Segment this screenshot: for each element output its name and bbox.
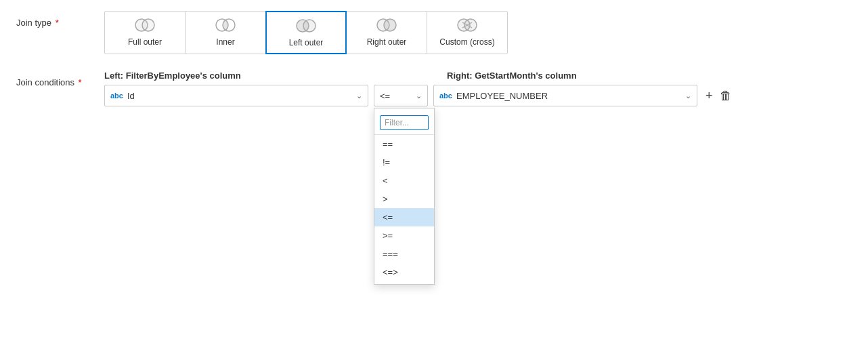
join-conditions-text: Join conditions	[16, 77, 74, 87]
left-column-chevron: ⌄	[356, 92, 362, 100]
custom-cross-icon	[455, 16, 479, 35]
inner-label: Inner	[216, 37, 234, 47]
filter-input-wrap	[374, 111, 434, 135]
join-type-required: *	[53, 18, 59, 28]
svg-point-7	[303, 20, 316, 32]
op-item-gt[interactable]: >	[374, 190, 434, 208]
right-column-chevron: ⌄	[685, 92, 691, 100]
operator-select[interactable]: <= ⌄	[374, 85, 428, 106]
left-outer-icon	[294, 16, 318, 35]
svg-point-11	[464, 19, 477, 31]
op-item-strict-eq[interactable]: ===	[374, 245, 434, 263]
left-abc-label: abc	[110, 92, 123, 100]
join-btn-inner[interactable]: Inner	[185, 11, 266, 54]
action-icons: + 🗑	[706, 89, 732, 103]
join-type-text: Join type	[16, 18, 51, 28]
svg-point-9	[384, 19, 396, 31]
left-column-header: Left: FilterByEmployee's column	[104, 71, 371, 81]
join-btn-full-outer[interactable]: Full outer	[104, 11, 186, 54]
right-abc-label: abc	[439, 92, 452, 100]
op-item-neq[interactable]: !=	[374, 153, 434, 172]
full-outer-label: Full outer	[128, 37, 162, 47]
add-condition-icon[interactable]: +	[706, 89, 713, 103]
operator-dropdown: == != < > <= >= === <=>	[374, 108, 435, 285]
join-btn-left-outer[interactable]: Left outer	[265, 11, 347, 54]
join-btn-right-outer[interactable]: Right outer	[346, 11, 427, 54]
join-conditions-required: *	[76, 77, 82, 87]
op-item-spaceship[interactable]: <=>	[374, 263, 434, 281]
custom-cross-label: Custom (cross)	[439, 37, 494, 47]
delete-condition-icon[interactable]: 🗑	[720, 89, 732, 103]
right-outer-label: Right outer	[367, 37, 407, 47]
left-column-value: Id	[127, 91, 351, 101]
op-item-gte[interactable]: >=	[374, 226, 434, 245]
operator-container: <= ⌄ == != < > <= >= === <=>	[374, 85, 428, 106]
operator-value: <=	[380, 91, 410, 101]
join-conditions-label: Join conditions *	[16, 71, 104, 87]
join-conditions-section: Join conditions * Left: FilterByEmployee…	[16, 71, 852, 106]
condition-row: abc Id ⌄ <= ⌄ == != < >	[104, 85, 732, 106]
inner-icon	[213, 16, 238, 35]
right-outer-icon	[374, 16, 399, 35]
right-column-select[interactable]: abc EMPLOYEE_NUMBER ⌄	[433, 85, 697, 106]
join-type-buttons: Full outer Inner Left outer	[104, 11, 508, 54]
svg-point-1	[142, 19, 154, 31]
join-conditions-content: Left: FilterByEmployee's column Right: G…	[104, 71, 732, 106]
column-headers: Left: FilterByEmployee's column Right: G…	[104, 71, 732, 81]
join-type-section: Join type * Full outer Inne	[16, 11, 852, 54]
op-item-eq[interactable]: ==	[374, 135, 434, 153]
operator-filter-input[interactable]	[380, 115, 429, 130]
join-type-label: Join type *	[16, 11, 104, 28]
operator-chevron: ⌄	[416, 92, 422, 100]
full-outer-icon	[133, 16, 157, 35]
left-outer-label: Left outer	[289, 38, 324, 47]
right-column-value: EMPLOYEE_NUMBER	[456, 91, 680, 101]
op-item-lte[interactable]: <=	[374, 208, 434, 226]
op-item-lt[interactable]: <	[374, 172, 434, 190]
join-btn-custom-cross[interactable]: Custom (cross)	[427, 11, 508, 54]
left-column-select[interactable]: abc Id ⌄	[104, 85, 368, 106]
right-column-header: Right: GetStartMonth's column	[447, 71, 577, 81]
